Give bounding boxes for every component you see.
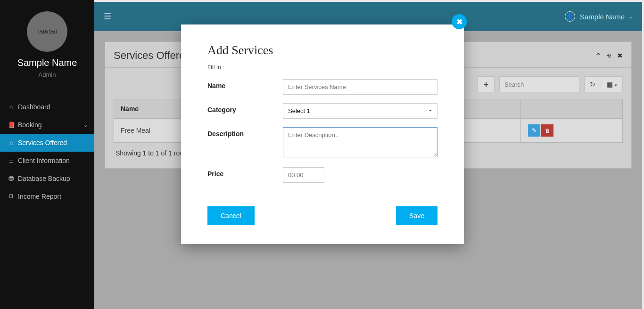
save-button[interactable]: Save xyxy=(396,206,438,225)
modal-hint: Fill In : xyxy=(207,64,438,71)
add-services-modal: Add Services Fill In : Name Category Sel… xyxy=(181,24,464,244)
label-price: Price xyxy=(207,167,283,178)
label-category: Category xyxy=(207,103,283,114)
label-description: Description xyxy=(207,127,283,138)
label-name: Name xyxy=(207,79,283,89)
description-textarea[interactable] xyxy=(283,127,438,157)
price-input[interactable] xyxy=(283,167,324,183)
name-input[interactable] xyxy=(283,79,438,95)
close-icon xyxy=(456,17,462,26)
category-select[interactable]: Select 1 xyxy=(283,103,438,119)
modal-title: Add Services xyxy=(207,43,438,57)
modal-close-button[interactable] xyxy=(452,14,467,29)
modal-actions: Cancel Save xyxy=(207,206,438,225)
cancel-button[interactable]: Cancel xyxy=(207,206,255,225)
